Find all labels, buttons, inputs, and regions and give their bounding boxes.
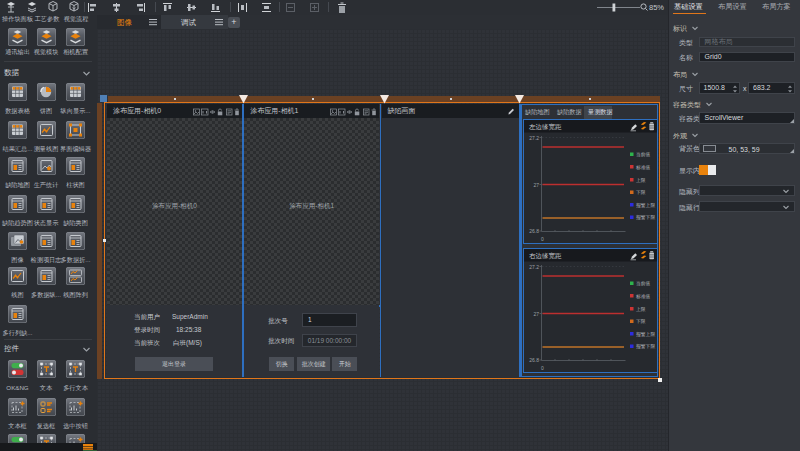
svg-text:上限: 上限: [636, 305, 646, 311]
svg-text:报警下限: 报警下限: [636, 343, 655, 350]
svg-text:26.8: 26.8: [530, 228, 540, 234]
svg-text:27: 27: [534, 181, 540, 187]
svg-text:左边缘宽距: 左边缘宽距: [529, 123, 562, 131]
svg-text:下限: 下限: [636, 190, 646, 195]
svg-text:报警上限: 报警上限: [636, 201, 655, 208]
svg-text:下限: 下限: [636, 319, 646, 324]
svg-text:0: 0: [541, 235, 544, 241]
svg-text:27.2: 27.2: [530, 134, 540, 140]
svg-text:上限: 上限: [636, 176, 646, 182]
svg-text:右边缘宽距: 右边缘宽距: [529, 252, 562, 260]
svg-text:27: 27: [534, 310, 540, 316]
svg-text:当前值: 当前值: [636, 152, 651, 157]
svg-text:0: 0: [541, 364, 544, 370]
svg-text:报警下限: 报警下限: [636, 214, 655, 221]
svg-text:当前值: 当前值: [636, 281, 651, 286]
svg-text:报警上限: 报警上限: [636, 330, 655, 337]
svg-text:26.8: 26.8: [530, 357, 540, 363]
svg-text:27.2: 27.2: [530, 263, 540, 269]
